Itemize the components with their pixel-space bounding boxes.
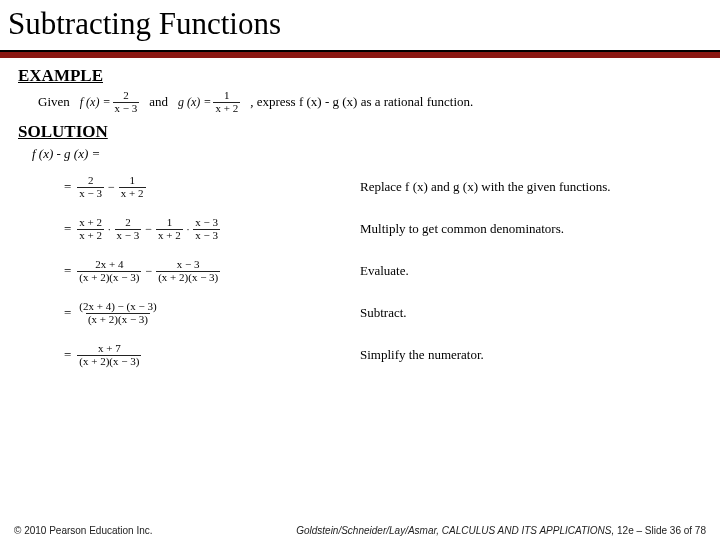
prompt: Given f (x) = 2 x − 3 and g (x) = 1 x + …	[38, 90, 720, 114]
edition-slide: 12e – Slide 36 of 78	[614, 525, 706, 536]
equals-sign: =	[64, 221, 71, 237]
footer: © 2010 Pearson Education Inc. Goldstein/…	[0, 525, 720, 536]
fraction: 2x − 3	[77, 175, 104, 199]
fraction: x + 7(x + 2)(x − 3)	[77, 343, 141, 367]
step-row: =2x − 3−1x + 2Replace f (x) and g (x) wi…	[0, 166, 720, 208]
numerator: 1	[165, 217, 175, 229]
page-title: Subtracting Functions	[0, 0, 720, 50]
denominator: (x + 2)(x − 3)	[77, 355, 141, 368]
denominator: (x + 2)(x − 3)	[77, 271, 141, 284]
step-row: =x + 7(x + 2)(x − 3)Simplify the numerat…	[0, 334, 720, 376]
word-and: and	[149, 94, 168, 110]
footer-right: Goldstein/Schneider/Lay/Asmar, CALCULUS …	[296, 525, 706, 536]
fraction: x − 3x − 3	[193, 217, 220, 241]
fraction: 1x + 2	[156, 217, 183, 241]
denominator: x − 3	[77, 187, 104, 200]
g-lhs: g (x) =	[178, 95, 211, 110]
steps-container: =2x − 3−1x + 2Replace f (x) and g (x) wi…	[0, 166, 720, 376]
step-equation: =x + 7(x + 2)(x − 3)	[0, 343, 360, 367]
step-row: =(2x + 4) − (x − 3)(x + 2)(x − 3)Subtrac…	[0, 292, 720, 334]
denominator: (x + 2)(x − 3)	[86, 313, 150, 326]
denominator: (x + 2)(x − 3)	[156, 271, 220, 284]
g-num: 1	[222, 90, 232, 102]
denominator: x − 3	[193, 229, 220, 242]
equals-sign: =	[64, 179, 71, 195]
step-row: =x + 2x + 2·2x − 3−1x + 2·x − 3x − 3Mult…	[0, 208, 720, 250]
step-explanation: Multiply to get common denominators.	[360, 221, 720, 237]
fraction: (2x + 4) − (x − 3)(x + 2)(x − 3)	[77, 301, 158, 325]
minus-sign: −	[145, 222, 152, 237]
denominator: x + 2	[77, 229, 104, 242]
denominator: x + 2	[119, 187, 146, 200]
copyright: © 2010 Pearson Education Inc.	[14, 525, 153, 536]
numerator: x + 7	[96, 343, 123, 355]
f-definition: f (x) = 2 x − 3	[80, 90, 139, 114]
numerator: x − 3	[193, 217, 220, 229]
word-given: Given	[38, 94, 70, 110]
f-num: 2	[121, 90, 131, 102]
equals-sign: =	[64, 347, 71, 363]
fraction: x + 2x + 2	[77, 217, 104, 241]
fraction: x − 3(x + 2)(x − 3)	[156, 259, 220, 283]
book-title: Goldstein/Schneider/Lay/Asmar, CALCULUS …	[296, 525, 614, 536]
step-equation: =2x + 4(x + 2)(x − 3)−x − 3(x + 2)(x − 3…	[0, 259, 360, 283]
f-lhs: f (x) =	[80, 95, 111, 110]
step-explanation: Evaluate.	[360, 263, 720, 279]
dot-sign: ·	[187, 224, 190, 235]
equals-sign: =	[64, 263, 71, 279]
minus-sign: −	[108, 180, 115, 195]
numerator: 2x + 4	[93, 259, 125, 271]
step-explanation: Replace f (x) and g (x) with the given f…	[360, 179, 720, 195]
numerator: x + 2	[77, 217, 104, 229]
fraction: 2x + 4(x + 2)(x − 3)	[77, 259, 141, 283]
step-explanation: Simplify the numerator.	[360, 347, 720, 363]
g-fraction: 1 x + 2	[213, 90, 240, 114]
step-row: =2x + 4(x + 2)(x − 3)−x − 3(x + 2)(x − 3…	[0, 250, 720, 292]
heading-example: EXAMPLE	[18, 66, 720, 86]
step-explanation: Subtract.	[360, 305, 720, 321]
g-den: x + 2	[213, 102, 240, 115]
result-lhs: f (x) - g (x) =	[32, 146, 720, 162]
fraction: 2x − 3	[115, 217, 142, 241]
f-den: x − 3	[113, 102, 140, 115]
equals-sign: =	[64, 305, 71, 321]
step-equation: =2x − 3−1x + 2	[0, 175, 360, 199]
prompt-tail: , express f (x) - g (x) as a rational fu…	[250, 94, 473, 110]
fraction: 1x + 2	[119, 175, 146, 199]
numerator: 2	[86, 175, 96, 187]
numerator: (2x + 4) − (x − 3)	[77, 301, 158, 313]
denominator: x + 2	[156, 229, 183, 242]
numerator: 1	[127, 175, 137, 187]
numerator: x − 3	[175, 259, 202, 271]
heading-solution: SOLUTION	[18, 122, 720, 142]
dot-sign: ·	[108, 224, 111, 235]
numerator: 2	[123, 217, 133, 229]
g-definition: g (x) = 1 x + 2	[178, 90, 240, 114]
denominator: x − 3	[115, 229, 142, 242]
f-fraction: 2 x − 3	[113, 90, 140, 114]
step-equation: =(2x + 4) − (x − 3)(x + 2)(x − 3)	[0, 301, 360, 325]
step-equation: =x + 2x + 2·2x − 3−1x + 2·x − 3x − 3	[0, 217, 360, 241]
divider-red	[0, 52, 720, 58]
minus-sign: −	[145, 264, 152, 279]
